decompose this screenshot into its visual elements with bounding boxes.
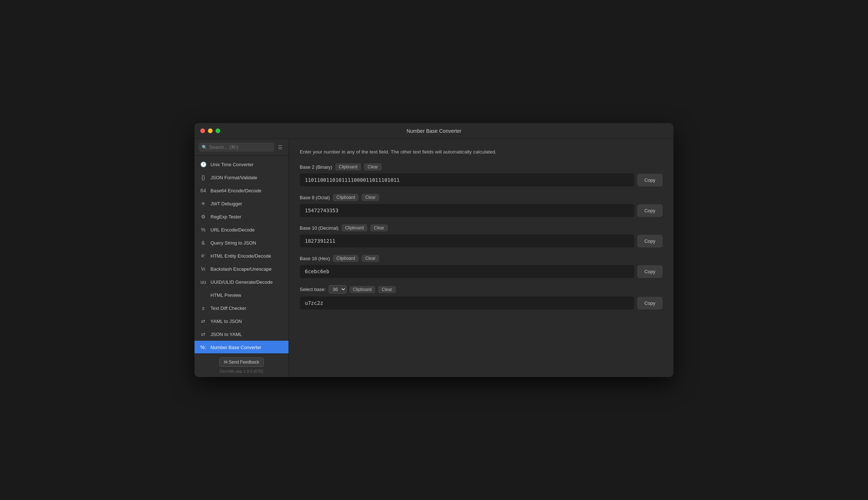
custom-clipboard-button[interactable]: Clipboard: [349, 286, 375, 293]
sidebar-icon-query-string: &: [200, 239, 207, 246]
app-window: Number Base Converter 🔍 ☰ 🕐 Unix Time Co…: [195, 123, 673, 377]
section-label-base16: Base 16 (Hex): [300, 256, 330, 261]
base16-copy-button[interactable]: Copy: [637, 265, 663, 278]
sidebar-icon-unix-time: 🕐: [200, 161, 207, 168]
base2-input-row: Copy: [300, 173, 663, 187]
section-label-base2: Base 2 (Binary): [300, 164, 332, 170]
sidebar-icon-html-entity: #:: [200, 252, 207, 259]
base2-clear-button[interactable]: Clear: [364, 163, 382, 171]
base16-input-row: Copy: [300, 265, 663, 278]
custom-base-header: Select base: 36 Clipboard Clear: [300, 285, 663, 294]
sidebar-list: 🕐 Unix Time Converter {} JSON Format/Val…: [195, 156, 288, 353]
search-input[interactable]: [209, 144, 271, 150]
custom-base-section: Select base: 36 Clipboard Clear Copy: [300, 285, 663, 310]
custom-copy-button[interactable]: Copy: [637, 297, 663, 310]
sidebar-label-unix-time: Unix Time Converter: [210, 162, 253, 167]
sidebar-label-url-encode: URL Encode/Decode: [210, 227, 255, 233]
sidebar-label-jwt: JWT Debugger: [210, 201, 242, 206]
sidebar-item-jwt[interactable]: ✳ JWT Debugger: [195, 197, 288, 210]
sidebar-icon-base64: 64: [200, 187, 207, 194]
sidebar-item-html-entity[interactable]: #: HTML Entity Encode/Decode: [195, 249, 288, 262]
select-base-label: Select base:: [300, 287, 326, 292]
base8-copy-button[interactable]: Copy: [637, 204, 663, 217]
base2-copy-button[interactable]: Copy: [637, 174, 663, 187]
sidebar-item-json-format[interactable]: {} JSON Format/Validate: [195, 171, 288, 184]
sidebar-item-yaml-to-json[interactable]: ⇄ YAML to JSON: [195, 315, 288, 328]
section-base2: Base 2 (Binary) Clipboard Clear Copy: [300, 163, 663, 187]
section-header-base10: Base 10 (Decimal) Clipboard Clear: [300, 224, 663, 231]
sidebar-label-html-preview: HTML Preview: [210, 292, 241, 298]
sidebar-item-unix-time[interactable]: 🕐 Unix Time Converter: [195, 158, 288, 171]
sidebar-icon-uuid: uu: [200, 278, 207, 286]
sidebar-icon-url-encode: %: [200, 226, 207, 233]
sidebar-footer: ✉ Send Feedback DevUtils.app 1.9.0 (67D): [195, 353, 288, 377]
sidebar-item-html-preview[interactable]: HTML Preview: [195, 288, 288, 302]
sidebar-item-url-encode[interactable]: % URL Encode/Decode: [195, 223, 288, 236]
section-header-base16: Base 16 (Hex) Clipboard Clear: [300, 255, 663, 262]
sidebar-label-regexp: RegExp Tester: [210, 214, 241, 220]
sidebar-label-backslash: Backslash Escape/Unescape: [210, 266, 271, 272]
sidebar-icon-backslash: \n: [200, 265, 207, 272]
base16-clear-button[interactable]: Clear: [361, 255, 379, 262]
sidebar-icon-jwt: ✳: [200, 200, 207, 207]
sidebar-label-text-diff: Text Diff Checker: [210, 306, 246, 311]
section-base8: Base 8 (Octal) Clipboard Clear Copy: [300, 194, 663, 217]
sidebar-label-base64: Base64 Encode/Decode: [210, 188, 261, 193]
search-icon: 🔍: [202, 145, 207, 150]
sidebar-icon-text-diff: ±: [200, 304, 207, 312]
base10-input[interactable]: [300, 234, 634, 247]
custom-clear-button[interactable]: Clear: [378, 286, 396, 293]
maximize-button[interactable]: [216, 128, 220, 133]
sidebar-label-yaml-to-json: YAML to JSON: [210, 319, 242, 324]
sidebar-icon-regexp: ⚙: [200, 213, 207, 220]
base10-input-row: Copy: [300, 234, 663, 247]
base8-clear-button[interactable]: Clear: [361, 194, 379, 201]
sidebar-item-regexp[interactable]: ⚙ RegExp Tester: [195, 210, 288, 223]
base8-input-row: Copy: [300, 204, 663, 217]
filter-icon[interactable]: ☰: [277, 143, 284, 152]
sidebar: 🔍 ☰ 🕐 Unix Time Converter {} JSON Format…: [195, 139, 289, 377]
sidebar-icon-json-format: {}: [200, 174, 207, 181]
sidebar-item-query-string[interactable]: & Query String to JSON: [195, 236, 288, 249]
sidebar-icon-number-base: %:: [200, 344, 207, 351]
section-header-base2: Base 2 (Binary) Clipboard Clear: [300, 163, 663, 171]
sidebar-item-json-to-yaml[interactable]: ⇄ JSON to YAML: [195, 328, 288, 341]
sidebar-label-json-format: JSON Format/Validate: [210, 175, 257, 180]
sidebar-icon-html-preview: [200, 291, 207, 299]
sidebar-item-uuid[interactable]: uu UUID/ULID Generate/Decode: [195, 275, 288, 288]
sidebar-item-backslash[interactable]: \n Backslash Escape/Unescape: [195, 262, 288, 275]
sidebar-item-text-diff[interactable]: ± Text Diff Checker: [195, 302, 288, 315]
sidebar-label-query-string: Query String to JSON: [210, 240, 256, 246]
description: Enter your number in any of the text fie…: [300, 149, 663, 155]
custom-input[interactable]: [300, 296, 634, 310]
base10-clear-button[interactable]: Clear: [370, 224, 388, 231]
version-text: DevUtils.app 1.9.0 (67D): [220, 369, 263, 373]
search-input-wrap: 🔍: [199, 143, 274, 152]
window-title: Number Base Converter: [407, 128, 462, 134]
feedback-button[interactable]: ✉ Send Feedback: [219, 357, 264, 367]
base-select[interactable]: 36: [329, 285, 347, 294]
base8-clipboard-button[interactable]: Clipboard: [333, 194, 359, 201]
sidebar-icon-json-to-yaml: ⇄: [200, 331, 207, 338]
titlebar: Number Base Converter: [195, 123, 673, 139]
base2-input[interactable]: [300, 173, 634, 187]
traffic-lights: [200, 128, 220, 133]
section-header-base8: Base 8 (Octal) Clipboard Clear: [300, 194, 663, 201]
sidebar-item-base64[interactable]: 64 Base64 Encode/Decode: [195, 184, 288, 197]
minimize-button[interactable]: [208, 128, 213, 133]
sidebar-label-number-base: Number Base Converter: [210, 345, 261, 350]
search-bar: 🔍 ☰: [195, 139, 288, 156]
base8-input[interactable]: [300, 204, 634, 217]
main-content: Enter your number in any of the text fie…: [289, 139, 673, 377]
base2-clipboard-button[interactable]: Clipboard: [335, 163, 361, 171]
close-button[interactable]: [200, 128, 205, 133]
sidebar-icon-yaml-to-json: ⇄: [200, 317, 207, 325]
sidebar-item-number-base[interactable]: %: Number Base Converter: [195, 341, 288, 353]
base16-clipboard-button[interactable]: Clipboard: [333, 255, 359, 262]
section-base16: Base 16 (Hex) Clipboard Clear Copy: [300, 255, 663, 278]
base10-clipboard-button[interactable]: Clipboard: [341, 224, 367, 231]
base16-input[interactable]: [300, 265, 634, 278]
section-label-base10: Base 10 (Decimal): [300, 225, 339, 231]
section-label-base8: Base 8 (Octal): [300, 195, 330, 200]
base10-copy-button[interactable]: Copy: [637, 235, 663, 247]
